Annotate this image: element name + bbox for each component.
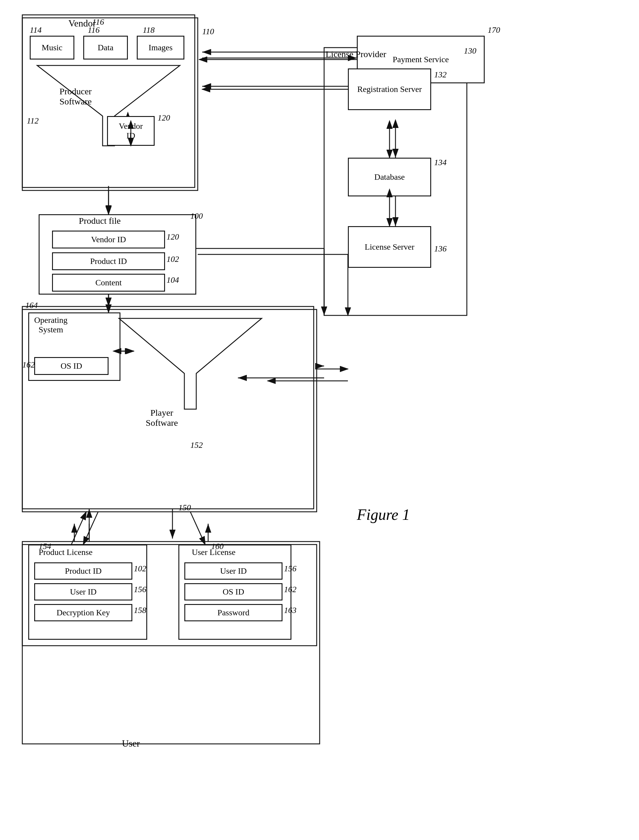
registration-server-box: Registration Server	[348, 69, 431, 110]
music-box: Music	[30, 36, 74, 59]
ref-120-small: 120	[157, 113, 170, 123]
ref-132: 132	[434, 70, 447, 80]
producer-software-label: ProducerSoftware	[59, 86, 92, 107]
svg-line-43	[72, 512, 86, 545]
ref-118: 118	[143, 25, 155, 35]
svg-line-41	[83, 512, 98, 545]
user-license-os-id-label: OS ID	[223, 587, 244, 596]
product-file-content-label: Content	[95, 278, 122, 287]
license-server-label: License Server	[364, 242, 414, 252]
product-file-product-id: Product ID	[52, 252, 165, 270]
ref-120-pf: 120	[167, 232, 179, 242]
data-label: Data	[98, 43, 114, 53]
ref-152: 152	[190, 440, 203, 450]
user-license-user-id: User ID	[184, 563, 283, 580]
ref-110: 110	[202, 27, 214, 36]
user-label: User	[122, 738, 140, 749]
ref-164: 164	[25, 301, 38, 310]
operating-system-label: OperatingSystem	[34, 316, 67, 335]
ref-100: 100	[190, 211, 203, 221]
product-file-product-id-label: Product ID	[90, 257, 127, 266]
ref-102-pf: 102	[167, 254, 179, 264]
user-license-password-label: Password	[217, 608, 249, 617]
product-license-product-id: Product ID	[34, 563, 132, 580]
license-provider-label: License Provider	[326, 49, 386, 59]
vendor-id-small-label: VendorID	[119, 121, 143, 140]
ref-170: 170	[488, 25, 500, 35]
user-license-user-id-label: User ID	[220, 566, 246, 576]
product-file-content: Content	[52, 274, 165, 292]
payment-service-label: Payment Service	[393, 55, 449, 64]
ref-163: 163	[284, 606, 296, 615]
ref-154: 154	[39, 542, 51, 551]
vendor-id-small-box: VendorID	[107, 116, 155, 146]
ref-112: 112	[27, 116, 39, 126]
ref-104-pf: 104	[167, 275, 179, 285]
ref-150: 150	[178, 503, 191, 512]
database-label: Database	[374, 172, 405, 182]
player-software-label: PlayerSoftware	[146, 408, 178, 428]
ref-136: 136	[434, 244, 447, 253]
images-box: Images	[137, 36, 184, 59]
ref-114: 114	[30, 25, 41, 35]
ref-130: 130	[464, 46, 476, 56]
player-software-funnel	[116, 316, 265, 414]
product-license-decryption-key: Decryption Key	[34, 604, 132, 621]
ref-158: 158	[134, 606, 146, 615]
figure-label: Figure 1	[357, 506, 410, 523]
ref-116-data: 116	[88, 25, 100, 35]
music-label: Music	[41, 43, 62, 53]
product-license-product-id-label: Product ID	[65, 566, 102, 576]
user-license-password: Password	[184, 604, 283, 621]
database-box: Database	[348, 158, 431, 196]
ref-134: 134	[434, 158, 447, 167]
product-license-user-id-label: User ID	[70, 587, 96, 596]
ref-160: 160	[211, 542, 224, 551]
ref-156-ul: 156	[284, 564, 296, 574]
product-file-label: Product file	[79, 216, 121, 226]
ref-162-ul: 162	[284, 585, 296, 594]
ref-102-pl: 102	[134, 564, 146, 574]
os-id-box: OS ID	[34, 357, 108, 375]
license-server-box: License Server	[348, 226, 431, 268]
product-license-user-id: User ID	[34, 583, 132, 601]
data-box: Data	[83, 36, 128, 59]
product-license-decryption-key-label: Decryption Key	[57, 608, 110, 617]
svg-line-42	[190, 512, 205, 545]
os-id-label: OS ID	[60, 361, 82, 371]
user-license-os-id: OS ID	[184, 583, 283, 601]
registration-server-label: Registration Server	[358, 84, 422, 94]
product-file-vendor-id: Vendor ID	[52, 231, 165, 249]
ref-162-os: 162	[22, 360, 35, 370]
product-file-vendor-id-label: Vendor ID	[91, 235, 126, 244]
images-label: Images	[149, 43, 173, 53]
svg-marker-26	[119, 319, 262, 409]
ref-156-pl: 156	[134, 585, 146, 594]
